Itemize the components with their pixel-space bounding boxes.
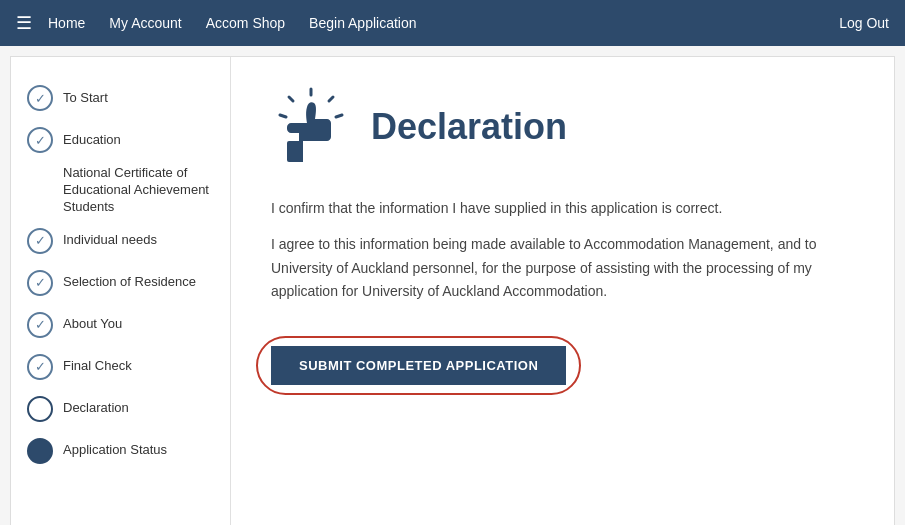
check-icon: ✓ xyxy=(35,359,46,374)
navbar: ☰ Home My Account Accom Shop Begin Appli… xyxy=(0,0,905,46)
sidebar-item-final-check[interactable]: ✓ Final Check xyxy=(11,346,230,388)
svg-line-4 xyxy=(280,115,286,117)
page-container: ✓ To Start ✓ Education National Certific… xyxy=(10,56,895,525)
my-account-link[interactable]: My Account xyxy=(109,15,181,31)
sidebar-item-app-status[interactable]: Application Status xyxy=(11,430,230,472)
ncea-label: National Certificate ofEducational Achie… xyxy=(63,165,209,214)
final-check-circle: ✓ xyxy=(27,354,53,380)
individual-needs-label: Individual needs xyxy=(63,232,157,249)
education-label: Education xyxy=(63,132,121,149)
submit-section: SUBMIT COMPLETED APPLICATION xyxy=(271,346,566,385)
about-you-circle: ✓ xyxy=(27,312,53,338)
svg-rect-5 xyxy=(287,141,301,162)
declaration-circle xyxy=(27,396,53,422)
hamburger-icon[interactable]: ☰ xyxy=(16,12,32,34)
education-circle: ✓ xyxy=(27,127,53,153)
main-content: Declaration I confirm that the informati… xyxy=(231,57,894,525)
sidebar: ✓ To Start ✓ Education National Certific… xyxy=(11,57,231,525)
sidebar-item-declaration[interactable]: Declaration xyxy=(11,388,230,430)
sidebar-item-about-you[interactable]: ✓ About You xyxy=(11,304,230,346)
selection-circle: ✓ xyxy=(27,270,53,296)
individual-needs-circle: ✓ xyxy=(27,228,53,254)
check-icon: ✓ xyxy=(35,91,46,106)
check-icon: ✓ xyxy=(35,317,46,332)
logout-button[interactable]: Log Out xyxy=(839,15,889,31)
sidebar-item-education[interactable]: ✓ Education xyxy=(11,119,230,161)
sidebar-item-individual-needs[interactable]: ✓ Individual needs xyxy=(11,220,230,262)
nav-links: Home My Account Accom Shop Begin Applica… xyxy=(48,15,839,31)
selection-label: Selection of Residence xyxy=(63,274,196,291)
sidebar-item-to-start[interactable]: ✓ To Start xyxy=(11,77,230,119)
svg-line-1 xyxy=(329,97,333,101)
to-start-circle: ✓ xyxy=(27,85,53,111)
sidebar-item-selection[interactable]: ✓ Selection of Residence xyxy=(11,262,230,304)
check-icon: ✓ xyxy=(35,275,46,290)
declaration-header: Declaration xyxy=(271,87,854,167)
home-link[interactable]: Home xyxy=(48,15,85,31)
about-you-label: About You xyxy=(63,316,122,333)
to-start-label: To Start xyxy=(63,90,108,107)
accom-shop-link[interactable]: Accom Shop xyxy=(206,15,285,31)
declaration-title: Declaration xyxy=(371,106,567,148)
thumbs-up-icon xyxy=(271,87,351,167)
declaration-label: Declaration xyxy=(63,400,129,417)
app-status-circle xyxy=(27,438,53,464)
begin-application-link[interactable]: Begin Application xyxy=(309,15,416,31)
svg-line-3 xyxy=(336,115,342,117)
submit-button[interactable]: SUBMIT COMPLETED APPLICATION xyxy=(271,346,566,385)
check-icon: ✓ xyxy=(35,133,46,148)
final-check-label: Final Check xyxy=(63,358,132,375)
sidebar-item-ncea: National Certificate ofEducational Achie… xyxy=(11,161,230,220)
declaration-para2: I agree to this information being made a… xyxy=(271,233,854,304)
svg-line-2 xyxy=(289,97,293,101)
check-icon: ✓ xyxy=(35,233,46,248)
declaration-para1: I confirm that the information I have su… xyxy=(271,197,854,221)
app-status-label: Application Status xyxy=(63,442,167,459)
